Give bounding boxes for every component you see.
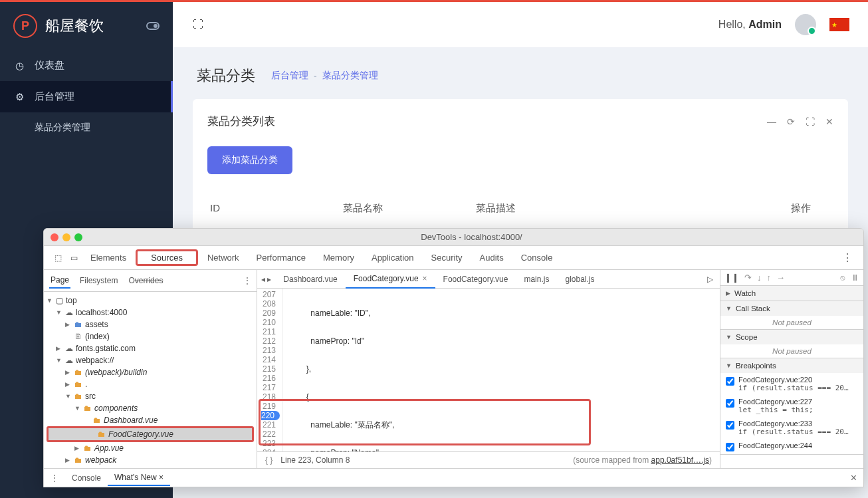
window-maximize-icon[interactable]	[74, 233, 82, 241]
user-name: Admin	[748, 19, 782, 30]
add-category-button[interactable]: 添加菜品分类	[207, 146, 292, 174]
sidebar-toggle[interactable]	[146, 22, 160, 30]
tab-security[interactable]: Security	[423, 249, 471, 267]
breadcrumb: 后台管理 - 菜品分类管理	[271, 70, 378, 82]
source-map-link[interactable]: app.0af51bf….js	[651, 455, 709, 465]
card-header: 菜品分类列表 — ⟳ ⛶ ✕	[207, 114, 833, 129]
devtools-titlebar[interactable]: DevTools - localhost:4000/	[44, 229, 863, 246]
window-minimize-icon[interactable]	[62, 233, 70, 241]
line-gutter[interactable]: 2072082092102112122132142152162172182192…	[257, 289, 283, 451]
tree-index[interactable]: 🗎(index)	[44, 330, 257, 342]
devtools-drawer: ⋮ Console What's New × ×	[44, 468, 863, 487]
devtools-tabbar: ⬚ ▭ Elements Sources Network Performance…	[44, 246, 863, 270]
tree-dot[interactable]: ▶🖿.	[44, 378, 257, 390]
tree-app-vue[interactable]: ▶🖿App.vue	[44, 442, 257, 454]
tab-sources[interactable]: Sources	[143, 249, 191, 267]
pause-icon[interactable]: ❙❙	[724, 273, 739, 283]
deactivate-bp-icon[interactable]: ⍉	[840, 273, 845, 283]
tree-src[interactable]: ▼🖿src	[44, 390, 257, 402]
tree-dashboard-vue[interactable]: 🖿Dashboard.vue	[44, 414, 257, 426]
step-into-icon[interactable]: ↓	[757, 273, 762, 283]
nav-tab-overrides[interactable]: Overrides	[127, 273, 164, 288]
tree-webpack-folder[interactable]: ▶🖿webpack	[44, 454, 257, 466]
nav-tab-filesystem[interactable]: Filesystem	[78, 273, 119, 288]
run-snippet-icon[interactable]: ▷	[705, 272, 716, 287]
brand-name: 船屋餐饮	[45, 16, 138, 36]
code-editor[interactable]: 2072082092102112122132142152162172182192…	[257, 289, 720, 451]
breakpoint-item[interactable]: FoodCategory.vue:227let _this = this;	[720, 395, 863, 417]
navigator-tabs: Page Filesystem Overrides ⋮	[44, 270, 257, 292]
tree-assets[interactable]: ▶🖿assets	[44, 318, 257, 330]
tree-localhost[interactable]: ▼☁localhost:4000	[44, 307, 257, 318]
drawer-tab-console[interactable]: Console	[65, 471, 108, 485]
history-nav[interactable]: ◂ ▸	[261, 275, 271, 284]
filetab-main[interactable]: main.js	[516, 271, 557, 288]
step-out-icon[interactable]: ↑	[767, 273, 772, 283]
nav-category-mgmt[interactable]: 菜品分类管理	[0, 112, 173, 143]
pause-exceptions-icon[interactable]: ⏸	[851, 273, 859, 283]
format-icon[interactable]: { }	[265, 455, 272, 465]
logo-icon: P	[13, 14, 37, 38]
filetab-close-icon[interactable]: ×	[423, 274, 427, 283]
tree-buildin[interactable]: ▶🖿(webpack)/buildin	[44, 366, 257, 378]
breakpoint-checkbox[interactable]	[726, 421, 734, 430]
tab-performance[interactable]: Performance	[249, 249, 314, 267]
breakpoints-header[interactable]: ▼Breakpoints	[720, 358, 863, 373]
nav-tab-page[interactable]: Page	[49, 273, 70, 289]
breakpoint-checkbox[interactable]	[726, 399, 734, 408]
tree-webpack[interactable]: ▼☁webpack://	[44, 354, 257, 366]
drawer-tab-whatsnew[interactable]: What's New ×	[108, 470, 170, 486]
devtools-menu-icon[interactable]: ⋮	[838, 251, 857, 264]
breakpoint-checkbox[interactable]	[726, 443, 734, 451]
window-close-icon[interactable]	[51, 233, 58, 241]
tree-components[interactable]: ▼🖿components	[44, 402, 257, 414]
step-over-icon[interactable]: ↷	[744, 273, 752, 283]
filetab-global[interactable]: global.js	[557, 271, 602, 288]
filetab-dashboard[interactable]: Dashboard.vue	[275, 271, 345, 288]
code-lines[interactable]: nameLable: "ID", nameProp: "Id" }, { nam…	[283, 289, 720, 451]
breakpoints-section: ▼Breakpoints FoodCategory.vue:220if (res…	[720, 358, 863, 455]
refresh-icon[interactable]: ⟳	[787, 116, 795, 127]
flag-china-icon[interactable]: ★	[829, 18, 849, 31]
filetab-foodcategory-2[interactable]: FoodCategory.vue	[435, 271, 516, 288]
breakpoint-checkbox[interactable]	[726, 377, 734, 386]
scope-header[interactable]: ▼Scope	[720, 330, 863, 344]
greeting: Hello, Admin	[718, 19, 782, 31]
drawer-menu-icon[interactable]: ⋮	[51, 473, 58, 483]
tab-memory[interactable]: Memory	[315, 249, 362, 267]
nav-admin-label: 后台管理	[35, 90, 74, 103]
close-icon[interactable]: ✕	[825, 116, 833, 127]
inspect-icon[interactable]: ⬚	[51, 251, 65, 265]
device-icon[interactable]: ▭	[66, 251, 81, 265]
tree-fonts[interactable]: ▶☁fonts.gstatic.com	[44, 342, 257, 354]
tab-audits[interactable]: Audits	[472, 249, 512, 267]
nav-dashboard[interactable]: ◷ 仪表盘	[0, 50, 173, 81]
minimize-icon[interactable]: —	[767, 116, 776, 127]
breadcrumb-admin[interactable]: 后台管理	[271, 70, 308, 82]
sidebar-header: P 船屋餐饮	[0, 2, 173, 50]
navigator-menu-icon[interactable]: ⋮	[243, 276, 251, 285]
tab-application[interactable]: Application	[364, 249, 422, 267]
drawer-close-icon[interactable]: ×	[851, 472, 857, 484]
step-icon[interactable]: →	[776, 273, 785, 283]
expand-icon[interactable]: ⛶	[806, 116, 815, 127]
callstack-header[interactable]: ▼Call Stack	[720, 301, 863, 316]
tab-console[interactable]: Console	[513, 249, 561, 267]
tab-network[interactable]: Network	[199, 249, 247, 267]
tree-foodcategory-vue[interactable]: 🖿FoodCategory.vue	[49, 428, 252, 440]
filetab-foodcategory-active[interactable]: FoodCategory.vue×	[346, 270, 435, 289]
breadcrumb-category[interactable]: 菜品分类管理	[322, 70, 378, 82]
drawer-tab-close-icon[interactable]: ×	[159, 473, 163, 482]
breakpoint-item[interactable]: FoodCategory.vue:220if (result.status ==…	[720, 373, 863, 395]
fullscreen-icon[interactable]: ⛶	[191, 18, 205, 31]
breakpoint-item[interactable]: FoodCategory.vue:244	[720, 439, 863, 454]
tab-elements[interactable]: Elements	[82, 249, 134, 267]
nav-admin[interactable]: ⚙ 后台管理	[0, 81, 173, 112]
watch-header[interactable]: ▶Watch	[720, 286, 863, 301]
avatar[interactable]	[795, 14, 816, 35]
breakpoint-item[interactable]: FoodCategory.vue:233if (result.status ==…	[720, 417, 863, 439]
tree-top[interactable]: ▼▢top	[44, 295, 257, 307]
th-id: ID	[210, 202, 343, 215]
breadcrumb-sep: -	[314, 70, 317, 81]
callstack-section: ▼Call Stack Not paused	[720, 301, 863, 330]
